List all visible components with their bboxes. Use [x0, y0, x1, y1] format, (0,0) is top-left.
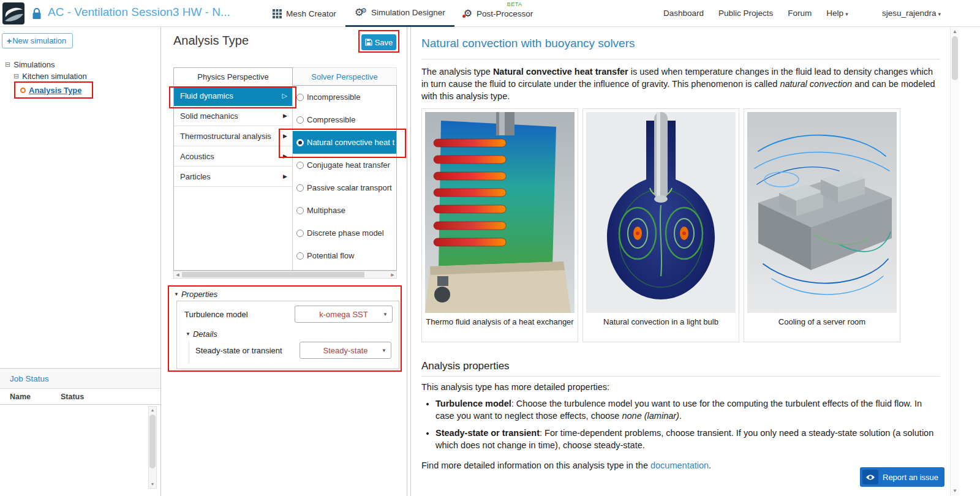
panel-splitter[interactable]: [407, 27, 411, 496]
save-button[interactable]: Save: [361, 34, 396, 50]
submenu-arrow-icon: ▶: [283, 113, 287, 119]
column-name: Name: [0, 393, 61, 401]
scroll-left-icon[interactable]: ◀: [174, 271, 181, 278]
report-issue-button[interactable]: Report an issue: [860, 467, 944, 487]
details-section-toggle[interactable]: ▼ Details: [186, 329, 217, 339]
chevron-down-icon: ▾: [845, 11, 848, 17]
radio-icon[interactable]: [296, 252, 304, 260]
solver-item-compressible[interactable]: Compressible: [293, 108, 396, 131]
example-cards: Thermo fluid analysis of a heat exchange…: [421, 108, 900, 342]
card-caption: Natural convection in a light bulb: [586, 317, 736, 326]
listbox-horizontal-scrollbar[interactable]: ◀ ▶: [173, 271, 397, 279]
mesh-grid-icon: [273, 9, 282, 18]
submenu-arrow-icon: ▶: [283, 153, 287, 159]
scroll-down-icon[interactable]: ▼: [149, 481, 156, 488]
user-menu[interactable]: sjesu_rajendra▾: [882, 9, 941, 18]
bullet-steady-state: Steady-state or transient: For time-depe…: [435, 427, 938, 451]
light-bulb-image: [586, 112, 736, 313]
tree-item-kitchen-simulation[interactable]: ⊟ Kitchen simulation: [13, 72, 87, 81]
solver-item-discrete-phase[interactable]: Discrete phase model: [293, 222, 396, 244]
solver-item-multiphase[interactable]: Multiphase: [293, 199, 396, 222]
status-circle-icon: [20, 88, 26, 93]
nav-label: Simulation Designer: [371, 8, 445, 17]
heat-exchanger-image: [425, 112, 575, 313]
physics-item-fluid-dynamics[interactable]: Fluid dynamics ▷: [174, 86, 292, 106]
radio-icon[interactable]: [296, 184, 304, 192]
solver-item-incompressible[interactable]: Incompressible: [293, 86, 396, 108]
properties-section-toggle[interactable]: ▼ Properties: [174, 290, 217, 299]
submenu-arrow-icon: ▶: [283, 133, 287, 139]
scroll-down-icon[interactable]: ▼: [951, 487, 959, 495]
new-simulation-button[interactable]: + New simulation: [2, 33, 73, 48]
scrollbar-thumb[interactable]: [149, 415, 156, 468]
nav-label: Mesh Creator: [286, 9, 336, 18]
physics-item-particles[interactable]: Particles ▶: [174, 167, 292, 187]
radio-icon[interactable]: [296, 207, 304, 214]
radio-selected-icon[interactable]: [296, 139, 304, 146]
card-caption: Cooling of a server room: [747, 317, 897, 326]
radio-icon[interactable]: [296, 116, 304, 124]
physics-column: Fluid dynamics ▷ Solid mechanics ▶ Therm…: [174, 86, 293, 270]
tree-item-simulations[interactable]: ⊟ Simulations: [5, 60, 55, 69]
card-heat-exchanger: Thermo fluid analysis of a heat exchange…: [421, 108, 578, 342]
job-status-panel: Job Status Name Status ▲ ▼: [0, 368, 160, 496]
tree-item-analysis-type[interactable]: Analysis Type: [20, 86, 81, 95]
gears-icon: ⚙⚙: [355, 7, 367, 18]
physics-item-thermostructural[interactable]: Thermostructural analysis ▶: [174, 126, 292, 146]
collapse-box-icon[interactable]: ⊟: [5, 61, 10, 69]
link-dashboard[interactable]: Dashboard: [663, 9, 704, 18]
select-caret-icon: ▼: [383, 312, 388, 317]
simscale-logo-icon[interactable]: [2, 2, 24, 24]
link-public-projects[interactable]: Public Projects: [718, 9, 773, 18]
nav-post-processor[interactable]: ⚙ Post-Processor BETA: [454, 0, 543, 27]
scrollbar-thumb[interactable]: [182, 272, 364, 277]
scroll-up-icon[interactable]: ▲: [149, 407, 156, 414]
link-forum[interactable]: Forum: [788, 9, 812, 18]
solver-item-natural-convective[interactable]: Natural convective heat t: [293, 131, 396, 154]
physics-item-acoustics[interactable]: Acoustics ▶: [174, 146, 292, 167]
card-caption: Thermo fluid analysis of a heat exchange…: [425, 317, 575, 326]
intro-paragraph: The analysis type Natural convective hea…: [421, 66, 941, 102]
documentation-link[interactable]: documentation: [650, 460, 709, 470]
tab-solver-perspective[interactable]: Solver Perspective: [293, 67, 397, 86]
nav-label: Post-Processor: [477, 9, 533, 18]
scroll-right-icon[interactable]: ▶: [389, 271, 396, 278]
red-dot-icon: [462, 15, 466, 18]
radio-icon[interactable]: [296, 162, 304, 169]
properties-box: Turbulence model k-omega SST ▼ ▼ Details…: [176, 301, 399, 369]
doc-title: Natural convection with buoyancy solvers: [421, 37, 635, 50]
physics-item-solid-mechanics[interactable]: Solid mechanics ▶: [174, 106, 292, 126]
top-header: AC - Ventilation Session3 HW - N... Mesh…: [0, 0, 980, 27]
card-server-room: Cooling of a server room: [744, 108, 900, 342]
tab-physics-perspective[interactable]: Physics Perspective: [173, 67, 293, 86]
eye-icon: [862, 470, 878, 484]
nav-mesh-creator[interactable]: Mesh Creator: [263, 0, 345, 27]
post-processor-gear-icon: ⚙: [464, 9, 472, 18]
beta-badge: BETA: [507, 1, 522, 7]
link-help[interactable]: Help▾: [826, 9, 848, 18]
save-floppy-icon: [365, 39, 372, 46]
solver-column: Incompressible Compressible Natural conv…: [293, 86, 396, 270]
scrollbar-thumb[interactable]: [952, 36, 958, 80]
lock-icon: [32, 7, 42, 20]
solver-item-passive-scalar[interactable]: Passive scalar transport: [293, 176, 396, 199]
header-links: Dashboard Public Projects Forum Help▾: [663, 9, 848, 18]
nav-simulation-designer[interactable]: ⚙⚙ Simulation Designer: [345, 0, 454, 27]
radio-icon[interactable]: [296, 94, 304, 101]
perspective-tabs: Physics Perspective Solver Perspective: [173, 67, 397, 86]
solver-item-potential-flow[interactable]: Potential flow: [293, 244, 396, 267]
properties-bullet-list: Turbulence model: Choose the turbulence …: [435, 398, 938, 457]
steady-state-select[interactable]: Steady-state ▼: [300, 342, 391, 359]
documentation-footer: Find more detailed information on this a…: [421, 460, 711, 470]
page-vertical-scrollbar[interactable]: ▲ ▼: [950, 27, 959, 496]
workbench-nav: Mesh Creator ⚙⚙ Simulation Designer ⚙ Po…: [263, 0, 542, 27]
bullet-turbulence: Turbulence model: Choose the turbulence …: [435, 398, 938, 422]
turbulence-model-select[interactable]: k-omega SST ▼: [295, 306, 393, 323]
scroll-up-icon[interactable]: ▲: [951, 28, 959, 36]
analysis-properties-lead: This analysis type has more detailed pro…: [421, 382, 609, 392]
column-status: Status: [61, 393, 84, 401]
collapse-box-icon[interactable]: ⊟: [13, 72, 19, 80]
job-list-scrollbar[interactable]: ▲ ▼: [148, 406, 157, 489]
radio-icon[interactable]: [296, 230, 304, 237]
solver-item-conjugate-heat-transfer[interactable]: Conjugate heat transfer: [293, 154, 396, 176]
